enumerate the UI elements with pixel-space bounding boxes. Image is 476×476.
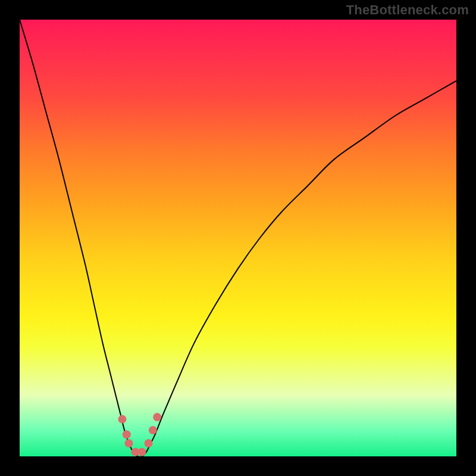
dip-marker — [153, 413, 161, 421]
dip-marker — [145, 439, 153, 447]
dip-marker — [118, 415, 126, 424]
dip-marker — [149, 426, 157, 434]
chart-svg — [20, 20, 456, 456]
dip-marker — [138, 448, 146, 456]
outer-frame: TheBottleneck.com — [0, 0, 476, 476]
dip-marker — [125, 439, 133, 447]
plot-area — [20, 20, 456, 456]
bottleneck-curve — [20, 20, 456, 457]
dip-marker — [123, 430, 131, 439]
watermark-text: TheBottleneck.com — [346, 2, 469, 18]
